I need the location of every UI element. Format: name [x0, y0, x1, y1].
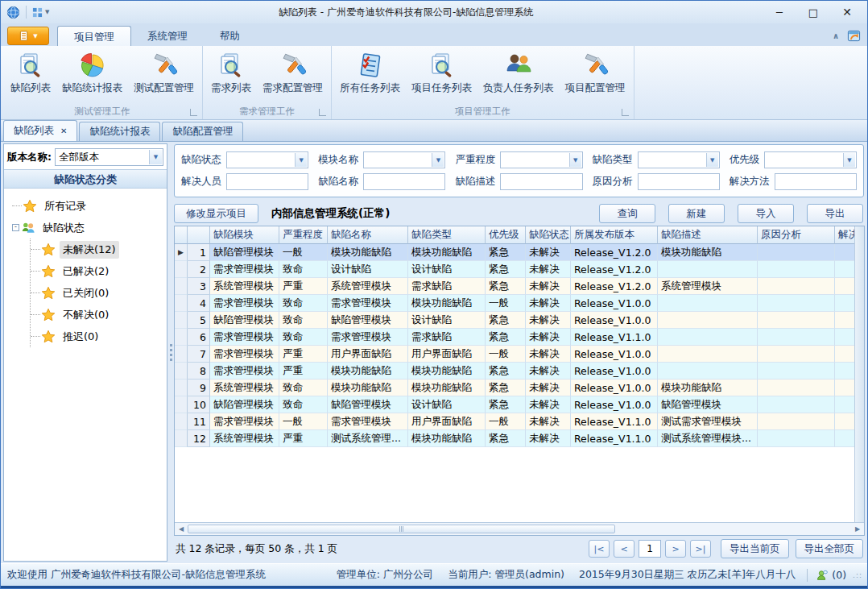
ribbon-tab-帮助[interactable]: 帮助: [204, 26, 256, 46]
ribbon-button-缺陷统计报表[interactable]: 缺陷统计报表: [56, 48, 128, 95]
scroll-left-icon[interactable]: ◀: [176, 525, 186, 533]
ribbon-button-需求列表[interactable]: 需求列表: [205, 48, 257, 95]
chevron-down-icon[interactable]: ▼: [432, 153, 444, 167]
chevron-down-icon[interactable]: ▼: [706, 153, 718, 167]
filter-select-缺陷状态[interactable]: ▼: [226, 151, 308, 168]
column-header-缺陷状态[interactable]: 缺陷状态: [526, 226, 571, 244]
last-page-button[interactable]: >|: [690, 540, 711, 558]
ribbon-button-项目配置管理[interactable]: 项目配置管理: [560, 48, 631, 95]
messages-person-icon[interactable]: [816, 569, 829, 582]
scroll-right-icon[interactable]: ▶: [853, 525, 862, 533]
close-button[interactable]: ✕: [830, 2, 864, 22]
column-header-缺陷名称[interactable]: 缺陷名称: [328, 226, 408, 244]
chevron-down-icon[interactable]: ▼: [843, 153, 855, 167]
column-header-blank[interactable]: [175, 226, 188, 244]
quick-access-grid-icon[interactable]: [32, 7, 43, 18]
tree-item-推迟(0)[interactable]: 推迟(0): [31, 326, 167, 347]
ribbon-collapse-icon[interactable]: ∧: [833, 31, 839, 40]
dialog-launcher-icon[interactable]: [622, 109, 629, 116]
action-button-导出[interactable]: 导出: [807, 204, 863, 223]
action-button-导入[interactable]: 导入: [738, 204, 794, 223]
horizontal-scrollbar[interactable]: ◀ ▶: [175, 522, 864, 535]
scrollbar-thumb[interactable]: [188, 525, 615, 533]
tree-item-缺陷状态[interactable]: -缺陷状态: [12, 217, 167, 239]
vertical-scrollbar[interactable]: [854, 226, 864, 522]
version-select[interactable]: 全部版本 ▼: [55, 148, 163, 166]
column-header-blank[interactable]: [188, 226, 210, 244]
chevron-down-icon[interactable]: ▼: [295, 153, 307, 167]
next-page-button[interactable]: >: [665, 540, 686, 558]
ribbon-tab-项目管理[interactable]: 项目管理: [57, 26, 131, 46]
doc-tab-缺陷统计报表[interactable]: 缺陷统计报表: [79, 122, 160, 141]
doc-tab-缺陷配置管理[interactable]: 缺陷配置管理: [162, 122, 243, 141]
ribbon-tab-系统管理[interactable]: 系统管理: [131, 26, 204, 46]
doc-tab-缺陷列表[interactable]: 缺陷列表✕: [3, 120, 77, 141]
tree-item-已解决(2)[interactable]: 已解决(2): [31, 260, 167, 282]
ribbon-button-需求配置管理[interactable]: 需求配置管理: [257, 48, 329, 95]
table-row-7[interactable]: 7需求管理模块严重用户界面缺陷用户界面缺陷一般未解决Release_V1.0.0: [175, 346, 854, 363]
tree-item-已关闭(0)[interactable]: 已关闭(0): [31, 282, 167, 304]
dialog-launcher-icon[interactable]: [190, 109, 197, 116]
dialog-launcher-icon[interactable]: [319, 109, 326, 116]
help-browser-icon[interactable]: [847, 29, 861, 43]
star-icon: [41, 308, 56, 322]
prev-page-button[interactable]: <: [614, 540, 634, 558]
column-header-解决方法[interactable]: 解决方法: [835, 226, 854, 244]
action-button-新建[interactable]: 新建: [668, 204, 725, 223]
filter-select-严重程度[interactable]: ▼: [500, 151, 582, 168]
chevron-down-icon[interactable]: ▼: [149, 150, 162, 164]
chevron-down-icon[interactable]: ▼: [569, 153, 581, 167]
maximize-button[interactable]: □: [796, 2, 830, 22]
table-row-11[interactable]: 11需求管理模块一般需求管理模块用户界面缺陷一般未解决Release_V1.1.…: [175, 413, 854, 430]
grid-icon[interactable]: [32, 7, 43, 18]
table-row-12[interactable]: 12系统管理模块严重测试系统管理...模块功能缺陷紧急未解决Release_V1…: [175, 430, 854, 447]
filter-input-缺陷描述[interactable]: [500, 173, 582, 190]
modify-columns-button[interactable]: 修改显示项目: [174, 204, 258, 223]
column-header-严重程度[interactable]: 严重程度: [279, 226, 328, 244]
table-row-8[interactable]: 8需求管理模块严重模块功能缺陷模块功能缺陷紧急未解决Release_V1.0.0: [175, 363, 854, 380]
table-row-4[interactable]: 4需求管理模块致命需求管理模块模块功能缺陷一般未解决Release_V1.0.0: [175, 295, 854, 312]
tree-collapse-icon[interactable]: -: [12, 224, 19, 231]
filter-select-缺陷类型[interactable]: ▼: [638, 151, 720, 168]
filter-input-解决人员[interactable]: [226, 173, 308, 190]
table-row-3[interactable]: 3系统管理模块严重系统管理模块需求缺陷紧急未解决Release_V1.2.0系统…: [175, 278, 854, 295]
filter-select-优先级[interactable]: ▼: [764, 151, 857, 168]
panel-splitter[interactable]: [167, 143, 174, 562]
person-icon[interactable]: [816, 569, 829, 582]
export-all-pages-button[interactable]: 导出全部页: [796, 539, 864, 558]
tree-item-不解决(0)[interactable]: 不解决(0): [31, 304, 167, 326]
table-row-6[interactable]: 6需求管理模块致命需求管理模块需求缺陷紧急未解决Release_V1.1.0: [175, 329, 854, 346]
column-header-缺陷模块[interactable]: 缺陷模块: [210, 226, 279, 244]
ribbon-button-项目任务列表[interactable]: 项目任务列表: [406, 48, 477, 95]
ribbon-button-缺陷列表[interactable]: 缺陷列表: [5, 48, 56, 95]
page-number-input[interactable]: [639, 540, 661, 558]
table-row-2[interactable]: 2需求管理模块致命设计缺陷设计缺陷紧急未解决Release_V1.2.0: [175, 261, 854, 278]
close-tab-icon[interactable]: ✕: [60, 127, 67, 135]
help-browser-icon[interactable]: [847, 29, 861, 43]
resize-grip[interactable]: .::: [853, 571, 862, 579]
app-menu-button[interactable]: ▼: [7, 27, 49, 45]
column-header-缺陷类型[interactable]: 缺陷类型: [408, 226, 486, 244]
tree-item-未解决(12)[interactable]: 未解决(12): [31, 239, 167, 260]
filter-input-解决方法[interactable]: [775, 173, 857, 190]
action-button-查询[interactable]: 查询: [599, 204, 655, 223]
column-header-优先级[interactable]: 优先级: [486, 226, 526, 244]
filter-select-模块名称[interactable]: ▼: [363, 151, 445, 168]
ribbon-button-负责人任务列表[interactable]: 负责人任务列表: [477, 48, 560, 95]
first-page-button[interactable]: |<: [589, 540, 610, 558]
column-header-原因分析[interactable]: 原因分析: [758, 226, 835, 244]
column-header-缺陷描述[interactable]: 缺陷描述: [658, 226, 758, 244]
ribbon-button-测试配置管理[interactable]: 测试配置管理: [128, 48, 200, 95]
filter-input-缺陷名称[interactable]: [363, 173, 445, 190]
tree-item-所有记录[interactable]: 所有记录: [12, 195, 167, 217]
grid-header-row[interactable]: 缺陷模块严重程度缺陷名称缺陷类型优先级缺陷状态所属发布版本缺陷描述原因分析解决方…: [175, 226, 854, 244]
ribbon-button-所有任务列表[interactable]: 所有任务列表: [334, 48, 406, 95]
filter-input-原因分析[interactable]: [638, 173, 720, 190]
table-row-1[interactable]: ▶1缺陷管理模块一般模块功能缺陷模块功能缺陷紧急未解决Release_V1.2.…: [175, 244, 854, 261]
export-current-page-button[interactable]: 导出当前页: [721, 539, 789, 558]
table-row-9[interactable]: 9系统管理模块致命模块功能缺陷模块功能缺陷紧急未解决Release_V1.0.0…: [175, 380, 854, 396]
column-header-所属发布版本[interactable]: 所属发布版本: [571, 226, 658, 244]
table-row-10[interactable]: 10缺陷管理模块致命缺陷管理模块设计缺陷紧急未解决Release_V1.0.0缺…: [175, 396, 854, 413]
table-row-5[interactable]: 5缺陷管理模块致命缺陷管理模块设计缺陷紧急未解决Release_V1.0.0: [175, 312, 854, 329]
minimize-button[interactable]: ─: [763, 2, 796, 22]
